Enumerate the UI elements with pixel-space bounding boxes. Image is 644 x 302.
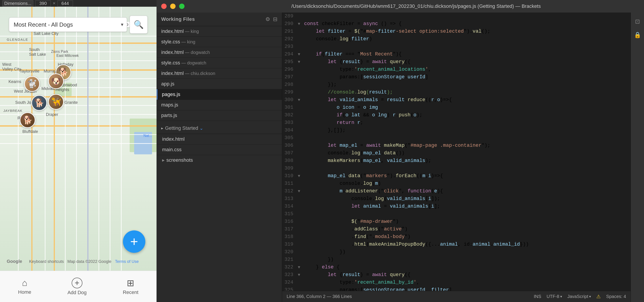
code-text: let {result} = await query({ <box>304 58 630 66</box>
code-text: .addClass("active") <box>304 226 630 233</box>
map-container[interactable]: Salt Lake City GLENDALE SouthSalt Lake W… <box>0 7 156 271</box>
dog-marker-2[interactable]: 🐩 <box>24 76 40 92</box>
code-text: }) <box>304 248 630 256</box>
gs-file-main-css[interactable]: main.css <box>157 145 282 155</box>
nav-home-label: Home <box>18 289 31 295</box>
dog-marker-4[interactable]: 🦮 <box>48 94 64 110</box>
code-text: },[]); <box>304 127 630 134</box>
line-number: 290 <box>282 20 298 28</box>
split-icon[interactable]: ⊟ <box>273 16 278 22</box>
gs-file-index[interactable]: index.html <box>157 134 282 145</box>
code-text: const checkFilter = async () => { <box>304 20 630 28</box>
file-index-dogwatch[interactable]: index.html — dogwatch <box>157 47 282 58</box>
code-text: let animal = valid_animals[i]; <box>304 203 630 210</box>
height-input[interactable] <box>57 0 73 7</box>
status-right: INS UTF-8 ▾ JavaScript ▾ ⚠ Spaces: 4 <box>534 294 626 300</box>
fold-arrow-icon[interactable]: ▼ <box>298 187 304 195</box>
nav-recent-label: Recent <box>123 290 138 295</box>
close-button[interactable] <box>161 3 166 9</box>
ins-mode[interactable]: INS <box>534 294 541 299</box>
language-selector[interactable]: JavaScript ▾ <box>568 294 591 299</box>
map-app: Dimensions... × <box>0 0 157 302</box>
fold-arrow-icon[interactable]: ▼ <box>298 50 304 58</box>
code-text: params:[sessionStorage.userId, filter] <box>304 286 630 291</box>
code-text: $("#map-drawer") <box>304 218 630 226</box>
dog-marker-5[interactable]: 🐕 <box>31 95 47 111</box>
terms-link[interactable]: Terms of Use <box>115 259 139 264</box>
brackets-main: Working Files ⚙ ⊟ index.html — king styl… <box>157 12 644 302</box>
maximize-button[interactable] <box>179 3 184 9</box>
dimensions-button[interactable]: Dimensions... <box>2 0 33 7</box>
line-number: 297 <box>282 73 298 81</box>
screenshots-item[interactable]: ▸ screenshots <box>157 155 282 165</box>
filter-select[interactable]: Most Recent - All Dogs All Dogs My Dogs <box>9 17 127 32</box>
wf-icons: ⚙ ⊟ <box>265 16 278 22</box>
width-input[interactable] <box>35 0 51 7</box>
code-text <box>304 134 630 142</box>
line-number: 300 <box>282 96 298 104</box>
code-text: } else { <box>304 264 630 271</box>
fold-arrow-icon[interactable]: ▼ <box>298 96 304 104</box>
getting-started-header[interactable]: ▸ Getting Started ⌄ <box>157 123 282 134</box>
file-parts-js[interactable]: parts.js <box>157 110 282 121</box>
recent-icon: ⊞ <box>127 278 134 288</box>
top-bar: Dimensions... × <box>0 0 156 7</box>
code-text: console.log(m) <box>304 180 630 187</box>
warning-icon[interactable]: ⚠ <box>596 294 601 300</box>
spaces-selector[interactable]: Spaces: 4 <box>606 294 626 299</box>
file-index-chiu[interactable]: index.html — chiu.dickson <box>157 68 282 79</box>
fold-arrow-icon[interactable]: ▼ <box>298 20 304 28</box>
code-text: let valid_animals = result.reduce((r,o)=… <box>304 96 630 104</box>
code-text: let map_el = await makeMap("#map-page .m… <box>304 142 630 149</box>
file-app-js[interactable]: app.js <box>157 79 282 89</box>
nav-recent[interactable]: ⊞ Recent <box>114 276 147 298</box>
code-text: let {result} = await query({ <box>304 271 630 279</box>
fold-arrow-icon[interactable]: ▼ <box>298 172 304 180</box>
file-index-king[interactable]: index.html — king <box>157 26 282 37</box>
code-text: console.log(valid_animals[i]); <box>304 195 630 203</box>
file-style-king[interactable]: style.css — king <box>157 37 282 47</box>
line-number: 314 <box>282 203 298 210</box>
dog-marker-3[interactable]: 🐶 <box>48 73 64 89</box>
keyboard-shortcuts-link[interactable]: Keyboard shortcuts <box>29 259 64 264</box>
line-number: 289 <box>282 12 298 20</box>
line-number: 312 <box>282 187 298 195</box>
dog-marker-6[interactable]: 🐕 <box>20 112 36 128</box>
line-number: 313 <box>282 195 298 203</box>
folder-arrow-icon: ▸ <box>162 157 164 163</box>
nav-add-dog[interactable]: + Add Dog <box>58 275 96 298</box>
bottom-nav: ⌂ Home + Add Dog ⊞ Recent <box>0 271 156 302</box>
fold-arrow-icon[interactable]: ▼ <box>298 58 304 66</box>
getting-started-label: Getting Started <box>165 125 198 131</box>
right-panel-icon-1[interactable]: ⊡ <box>633 17 642 26</box>
right-panel-icon-2[interactable]: 🔒 <box>633 30 642 39</box>
line-number: 322 <box>282 264 298 271</box>
add-dog-icon: + <box>72 278 82 288</box>
file-style-dogwatch[interactable]: style.css — dogwatch <box>157 58 282 68</box>
fold-arrow-icon[interactable]: ▼ <box>298 271 304 279</box>
nav-home[interactable]: ⌂ Home <box>9 276 40 297</box>
line-number: 319 <box>282 241 298 248</box>
line-number: 293 <box>282 43 298 50</box>
line-number: 321 <box>282 256 298 264</box>
map-data-label: Map data ©2022 Google <box>68 259 111 264</box>
file-pages-js[interactable]: pages.js <box>157 89 282 100</box>
settings-icon[interactable]: ⚙ <box>265 16 270 22</box>
code-text: if(o.lat && o.lng) r.push(o); <box>304 111 630 119</box>
fold-arrow-icon[interactable]: ▼ <box>298 264 304 271</box>
line-number: 306 <box>282 142 298 149</box>
line-number: 301 <box>282 104 298 111</box>
line-number: 317 <box>282 226 298 233</box>
minimize-button[interactable] <box>170 3 176 9</box>
nav-add-dog-label: Add Dog <box>68 290 87 296</box>
code-content[interactable]: 289 290▼const checkFilter = async () => … <box>282 12 630 291</box>
encoding-selector[interactable]: UTF-8 ▾ <box>546 294 562 299</box>
file-maps-js[interactable]: maps.js <box>157 100 282 110</box>
code-text: }) <box>304 256 630 264</box>
code-text <box>304 12 630 20</box>
search-button[interactable]: 🔍 <box>130 16 148 33</box>
line-number: 295 <box>282 58 298 66</box>
fab-add-button[interactable]: + <box>123 230 145 253</box>
line-number: 325 <box>282 286 298 291</box>
filter-wrapper: Most Recent - All Dogs All Dogs My Dogs … <box>9 17 127 32</box>
